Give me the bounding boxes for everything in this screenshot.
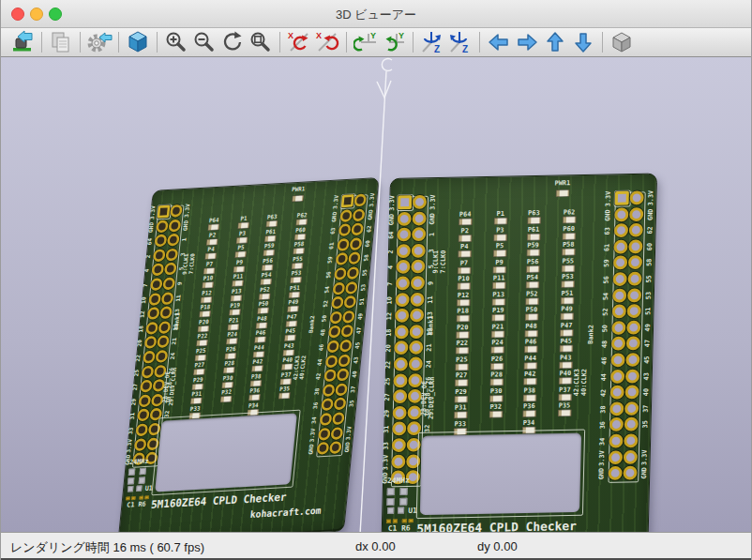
pin-label: 60 xyxy=(646,243,654,250)
pin-label: 43 xyxy=(353,356,360,364)
redraw-icon xyxy=(220,30,245,54)
pin-label: 55 xyxy=(361,269,368,277)
pin-label: 3.3V xyxy=(368,193,377,207)
pin-label: 47 xyxy=(643,340,652,347)
led-chip xyxy=(291,262,303,269)
pin-label: 31 xyxy=(129,413,137,420)
xtal-label: 24MHz xyxy=(387,477,410,485)
pin-label: 11 xyxy=(175,295,183,302)
led-chip xyxy=(254,336,266,343)
through-hole xyxy=(624,450,638,464)
toolbar-separator xyxy=(479,32,480,53)
pin-label: 22 xyxy=(384,361,393,369)
led-chip xyxy=(202,281,214,289)
led-chip xyxy=(559,361,573,369)
silk-note: 28:DEV_OE 29:DEV_CLRn xyxy=(420,377,437,420)
zoom-fit-icon xyxy=(248,30,273,54)
board-cutout xyxy=(420,433,581,516)
led-chip xyxy=(286,305,298,312)
xtal-label: 24MHz xyxy=(129,458,149,466)
redraw-button[interactable] xyxy=(218,29,247,55)
silk-note: Bank1 xyxy=(173,312,182,330)
copy-image-button[interactable] xyxy=(47,29,75,55)
passive-pad xyxy=(402,519,407,522)
led-chip xyxy=(252,351,264,358)
led-chip xyxy=(222,367,234,374)
rotate-z-pos-button[interactable]: Z xyxy=(446,29,474,55)
rotate-z-neg-button[interactable]: Z xyxy=(418,29,446,55)
silk-note: Bank1 xyxy=(427,316,435,336)
render-options-icon xyxy=(86,30,113,54)
rotate-y-pos-button[interactable]: Y xyxy=(380,29,408,55)
led-chip xyxy=(562,216,576,223)
orthographic-projection-button[interactable] xyxy=(608,29,636,55)
led-chip xyxy=(200,295,212,303)
3d-viewport[interactable]: 3.3V3.3VGNDGND64123457910111213181920212… xyxy=(1,57,751,532)
led-ref-label: P9 xyxy=(236,259,244,265)
through-hole xyxy=(393,373,407,387)
pin-label: 37 xyxy=(350,386,357,393)
move-up-button[interactable] xyxy=(541,29,569,55)
pin-label: 53 xyxy=(645,291,654,298)
led-chip xyxy=(204,252,217,260)
led-chip xyxy=(454,379,468,386)
led-chip xyxy=(561,265,575,272)
rotate-x-neg-button[interactable]: X xyxy=(285,29,313,55)
xtal-pad xyxy=(128,477,134,484)
zoom-in-button[interactable] xyxy=(162,29,190,55)
pin-label: 55 xyxy=(645,275,654,282)
move-left-button[interactable] xyxy=(485,29,513,55)
render-options-button[interactable] xyxy=(85,29,113,55)
passive-pad xyxy=(144,495,149,499)
svg-text:Z: Z xyxy=(434,44,440,54)
rotate-y-neg-button[interactable]: Y xyxy=(352,29,380,55)
pin-label: 25 xyxy=(133,369,141,376)
pwr-led xyxy=(555,189,569,197)
toolbar-separator xyxy=(413,32,414,53)
render-view-button[interactable] xyxy=(124,29,152,55)
pin-label: 9 xyxy=(177,281,184,285)
pin-label: 40 xyxy=(642,388,651,396)
led-chip xyxy=(522,410,536,417)
pin-label: 54 xyxy=(602,292,610,299)
led-chip xyxy=(523,345,537,353)
pin-label: 52 xyxy=(602,309,610,316)
pin-label: GND xyxy=(182,219,189,231)
through-hole xyxy=(341,194,354,207)
pin-label: 21 xyxy=(426,344,434,352)
passives-label: C1 R6 xyxy=(388,524,411,532)
silk-note: 9:CLK1 7:CLK0 xyxy=(182,253,197,275)
pin-label: 18 xyxy=(138,325,145,333)
rotate-x-pos-button[interactable]: X xyxy=(313,29,341,55)
pin-label: 40 xyxy=(352,371,359,378)
led-chip xyxy=(492,250,506,257)
pin-label: 1 xyxy=(181,237,188,241)
led-chip xyxy=(527,217,541,224)
svg-text:X: X xyxy=(316,31,322,40)
zoom-fit-button[interactable] xyxy=(247,29,275,55)
svg-text:X: X xyxy=(288,31,293,40)
led-ref-label: P1 xyxy=(497,210,505,218)
move-right-button[interactable] xyxy=(513,29,541,55)
led-chip xyxy=(492,265,506,273)
led-ref-label: P37 xyxy=(559,386,571,393)
passive-pad xyxy=(139,496,143,500)
pin-label: 24 xyxy=(425,360,433,368)
pin-label: 54 xyxy=(323,286,331,294)
pin-label: 46 xyxy=(318,344,325,352)
zoom-out-button[interactable] xyxy=(190,29,218,55)
pin-label: 3.3V xyxy=(382,454,390,470)
reload-board-button[interactable] xyxy=(8,29,37,55)
pin-label: 50 xyxy=(601,325,609,332)
pin-label: 3.3V xyxy=(332,195,340,209)
move-down-button[interactable] xyxy=(569,29,597,55)
led-chip xyxy=(558,393,572,401)
led-ref-label: P33 xyxy=(454,420,466,428)
svg-text:Z: Z xyxy=(462,44,468,54)
ic-pad xyxy=(398,507,404,514)
led-ref-label: P2 xyxy=(209,232,217,238)
led-chip xyxy=(562,232,576,239)
pin-label: 34 xyxy=(598,438,607,446)
led-chip xyxy=(263,250,275,257)
passive-pad xyxy=(386,520,391,523)
